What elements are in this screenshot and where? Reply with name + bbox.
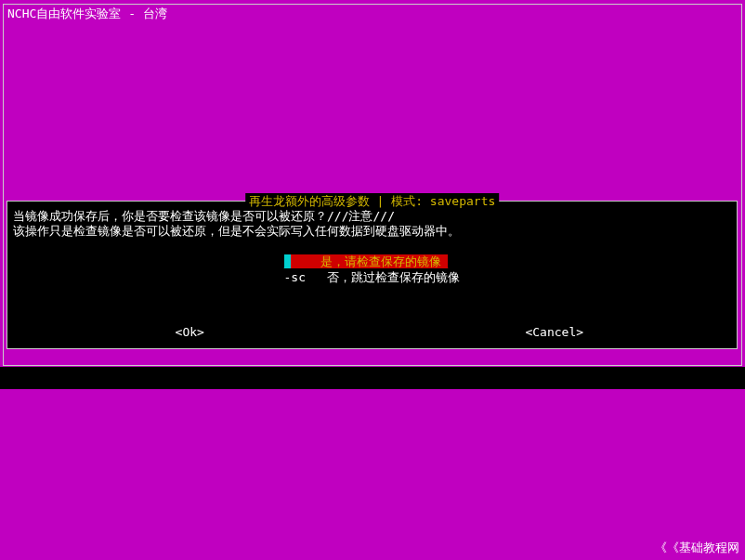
option-yes[interactable]: _____是，请检查保存的镜像_	[284, 254, 461, 269]
dialog-text-line1: 当镜像成功保存后，你是否要检查该镜像是否可以被还原？///注意///	[13, 209, 731, 224]
window-title: NCHC自由软件实验室 - 台湾	[7, 6, 167, 22]
footer-text: 《《基础教程网	[655, 540, 739, 556]
dialog-text-line2: 该操作只是检查镜像是否可以被还原，但是不会实际写入任何数据到硬盘驱动器中。	[13, 224, 731, 239]
dialog-title: 再生龙额外的高级参数 | 模式: saveparts	[245, 193, 500, 210]
dialog-buttons: <Ok> <Cancel>	[7, 325, 737, 339]
option-no[interactable]: -sc 否，跳过检查保存的镜像	[284, 269, 461, 285]
dialog-box: 再生龙额外的高级参数 | 模式: saveparts 当镜像成功保存后，你是否要…	[7, 201, 738, 349]
black-bar	[0, 367, 745, 389]
options-container: _____是，请检查保存的镜像_ -sc 否，跳过检查保存的镜像	[13, 254, 731, 285]
cancel-button[interactable]: <Cancel>	[372, 325, 738, 339]
dialog-body: 当镜像成功保存后，你是否要检查该镜像是否可以被还原？///注意/// 该操作只是…	[7, 202, 737, 293]
ok-button[interactable]: <Ok>	[7, 325, 372, 339]
